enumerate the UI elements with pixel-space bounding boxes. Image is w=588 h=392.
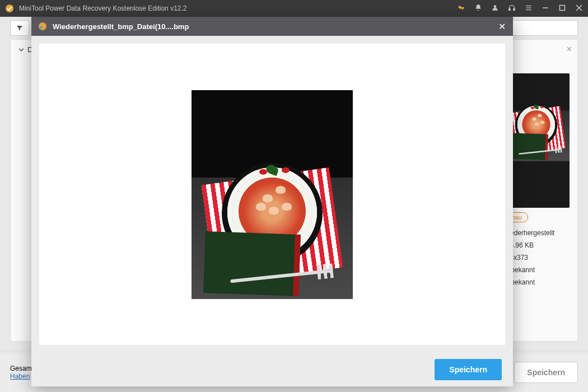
svg-rect-8 [560,5,565,10]
bell-icon[interactable] [474,4,483,13]
chevron-down-icon [18,47,24,53]
save-button-bg[interactable]: Speichern [514,362,578,383]
app-icon [4,3,15,13]
svg-point-0 [6,4,13,12]
filter-button[interactable] [10,20,29,36]
modal-title: Wiederhergestellt_bmp_Datei(10....bmp [53,22,496,31]
app-titlebar: MiniTool Power Data Recovery Kostenlose … [0,0,588,17]
close-icon[interactable] [575,4,584,13]
menu-icon[interactable] [524,4,533,13]
modal-footer: Speichern [31,353,513,386]
save-button[interactable]: Speichern [435,359,502,380]
maximize-icon[interactable] [558,4,567,13]
preview-canvas [39,44,505,345]
svg-rect-3 [514,8,515,11]
svg-point-12 [40,26,43,29]
svg-rect-2 [509,8,510,11]
app-title: MiniTool Power Data Recovery Kostenlose … [19,4,457,12]
user-icon[interactable] [491,4,500,13]
footer-text: Gesam Haben [10,365,32,380]
preview-modal: Wiederhergestellt_bmp_Datei(10....bmp ✕ [31,17,513,386]
modal-body [31,36,513,353]
preview-image [192,90,353,299]
panel-close-icon[interactable]: × [567,44,572,54]
key-icon[interactable] [457,4,466,13]
minimize-icon[interactable] [541,4,550,13]
svg-point-1 [494,5,497,8]
headphones-icon[interactable] [507,4,516,13]
svg-point-11 [39,22,46,30]
modal-app-icon [37,21,48,32]
modal-close-icon[interactable]: ✕ [496,21,507,32]
titlebar-controls [457,4,584,13]
modal-header: Wiederhergestellt_bmp_Datei(10....bmp ✕ [31,17,513,36]
footer-link[interactable]: Haben [10,372,30,380]
footer-total: Gesam [10,365,32,372]
